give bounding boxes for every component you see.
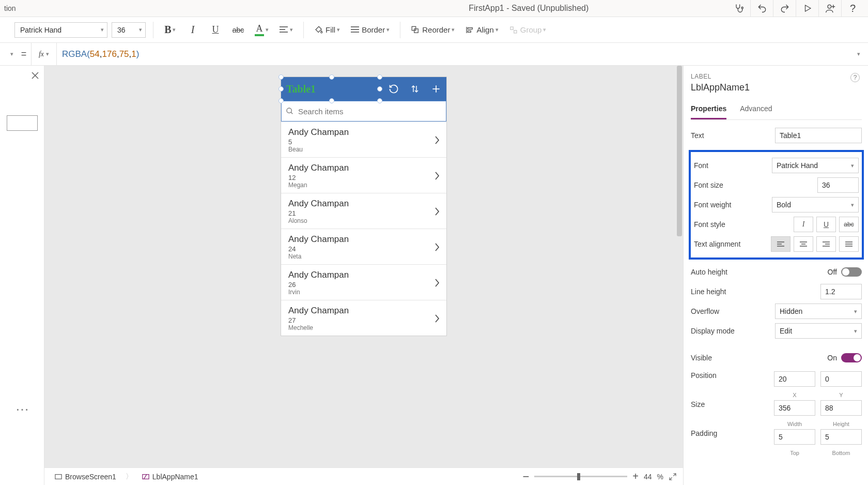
- sort-icon[interactable]: [410, 84, 420, 94]
- padding-top-input[interactable]: 5: [774, 429, 815, 445]
- font-highlight-region: Font Patrick Hand▾ Font size 36 Font wei…: [689, 150, 864, 260]
- autoheight-toggle[interactable]: [841, 267, 862, 277]
- font-value: Patrick Hand: [20, 26, 61, 34]
- reorder-button[interactable]: Reorder ▾: [408, 20, 458, 40]
- list-item[interactable]: Andy Champan 26 Irvin: [281, 264, 446, 300]
- fill-button[interactable]: Fill ▾: [311, 20, 343, 40]
- search-input[interactable]: [298, 107, 442, 116]
- undo-icon[interactable]: [750, 0, 773, 17]
- position-y-input[interactable]: 0: [820, 371, 862, 387]
- underline-toggle[interactable]: U: [816, 217, 836, 232]
- list-item[interactable]: Andy Champan 5 Beau: [281, 122, 446, 157]
- prop-lineheight-input[interactable]: 1.2: [820, 284, 862, 299]
- tab-advanced[interactable]: Advanced: [740, 101, 772, 119]
- fontsize-dropdown[interactable]: 36 ▾: [112, 22, 146, 38]
- help-icon[interactable]: ?: [841, 0, 864, 17]
- prop-font-label: Font: [694, 161, 772, 170]
- prop-fontstyle-label: Font style: [694, 220, 794, 229]
- size-width-input[interactable]: 356: [774, 400, 815, 416]
- play-icon[interactable]: [796, 0, 818, 17]
- redo-icon[interactable]: [773, 0, 796, 17]
- prop-displaymode-select[interactable]: Edit▾: [775, 323, 862, 339]
- app-preview: Table1 Andy Champan 5 Beau Andy Cha: [281, 77, 446, 336]
- position-x-input[interactable]: 20: [774, 371, 815, 387]
- list-item-name: Andy Champan: [288, 234, 434, 245]
- refresh-icon[interactable]: [389, 84, 399, 94]
- prop-font-select[interactable]: Patrick Hand▾: [772, 158, 859, 173]
- list-item-value: 24: [288, 245, 434, 253]
- autoheight-state: Off: [828, 268, 837, 276]
- fx-button[interactable]: fx▾: [31, 43, 57, 65]
- prop-text-input[interactable]: Table1: [775, 128, 862, 143]
- align-left-button[interactable]: [771, 236, 791, 252]
- border-button[interactable]: Border ▾: [347, 20, 393, 40]
- font-dropdown[interactable]: Patrick Hand ▾: [14, 22, 107, 38]
- zoom-slider[interactable]: [534, 476, 627, 477]
- left-panel-input[interactable]: [7, 115, 38, 131]
- list-item-sub: Mechelle: [288, 324, 434, 331]
- ribbon-toolbar: Patrick Hand ▾ 36 ▾ B▾ I U abc A ▾ ▾ Fil…: [0, 17, 868, 43]
- search-box[interactable]: [281, 101, 446, 122]
- app-bar[interactable]: Table1: [281, 77, 446, 101]
- breadcrumb-control[interactable]: LblAppName1: [138, 471, 203, 483]
- expand-formula-icon[interactable]: ▾: [849, 43, 868, 65]
- add-icon[interactable]: [431, 84, 441, 94]
- svg-point-0: [741, 7, 743, 9]
- list-item-sub: Megan: [288, 181, 434, 189]
- canvas-scrollbar[interactable]: [676, 66, 683, 467]
- svg-marker-1: [805, 5, 811, 11]
- more-icon[interactable]: ⋯: [16, 402, 28, 418]
- prop-fontsize-input[interactable]: 36: [817, 177, 859, 193]
- list-item[interactable]: Andy Champan 24 Neta: [281, 229, 446, 264]
- equals-label: =: [17, 49, 31, 59]
- list-item[interactable]: Andy Champan 27 Mechelle: [281, 300, 446, 336]
- align-label: Align: [476, 25, 493, 34]
- bold-button[interactable]: B▾: [161, 20, 179, 40]
- svg-line-28: [144, 474, 146, 479]
- strike-toggle[interactable]: abc: [839, 217, 859, 232]
- close-icon[interactable]: [32, 72, 39, 79]
- share-icon[interactable]: [818, 0, 841, 17]
- breadcrumb-screen[interactable]: BrowseScreen1: [51, 471, 120, 483]
- zoom-in-button[interactable]: +: [632, 471, 639, 482]
- align-justify-button[interactable]: [839, 236, 859, 252]
- list-item-value: 5: [288, 138, 434, 146]
- underline-button[interactable]: U: [206, 20, 225, 40]
- fit-icon[interactable]: [669, 473, 677, 481]
- stethoscope-icon[interactable]: [727, 0, 750, 17]
- prop-textalign-label: Text alignment: [694, 240, 771, 248]
- property-dropdown[interactable]: ▾: [0, 47, 17, 62]
- list-item-value: 12: [288, 174, 434, 181]
- panel-help-icon[interactable]: ?: [850, 73, 860, 82]
- align-center-button[interactable]: [794, 236, 813, 252]
- list-item-name: Andy Champan: [288, 127, 434, 138]
- align-button[interactable]: Align ▾: [462, 20, 501, 40]
- border-label: Border: [362, 25, 385, 34]
- visible-toggle[interactable]: [841, 353, 862, 362]
- svg-line-25: [291, 112, 292, 114]
- screen-icon: [55, 474, 62, 480]
- formula-input[interactable]: RGBA(54, 176, 75, 1): [57, 43, 849, 65]
- italic-button[interactable]: I: [183, 20, 202, 40]
- prop-visible-label: Visible: [691, 354, 827, 362]
- svg-point-2: [828, 5, 831, 8]
- text-align-button[interactable]: ▾: [276, 20, 296, 40]
- strikethrough-button[interactable]: abc: [229, 20, 247, 40]
- props-category: LABEL: [691, 73, 862, 80]
- chevron-down-icon: ▾: [854, 308, 857, 315]
- font-color-button[interactable]: A ▾: [252, 20, 272, 40]
- list-item[interactable]: Andy Champan 12 Megan: [281, 157, 446, 193]
- padding-bottom-input[interactable]: 5: [820, 429, 862, 445]
- zoom-out-button[interactable]: −: [522, 470, 529, 483]
- prop-overflow-select[interactable]: Hidden▾: [775, 304, 862, 319]
- list-item[interactable]: Andy Champan 21 Alonso: [281, 193, 446, 229]
- chevron-down-icon: ▾: [173, 26, 176, 33]
- prop-fontweight-select[interactable]: Bold▾: [772, 197, 859, 213]
- tab-properties[interactable]: Properties: [691, 101, 726, 119]
- align-right-button[interactable]: [816, 236, 836, 252]
- list-item-value: 27: [288, 316, 434, 324]
- list-item-name: Andy Champan: [288, 270, 434, 280]
- status-bar: BrowseScreen1 〉 LblAppName1 − + 44 %: [44, 467, 683, 485]
- italic-toggle[interactable]: I: [794, 217, 813, 232]
- size-height-input[interactable]: 88: [820, 400, 862, 416]
